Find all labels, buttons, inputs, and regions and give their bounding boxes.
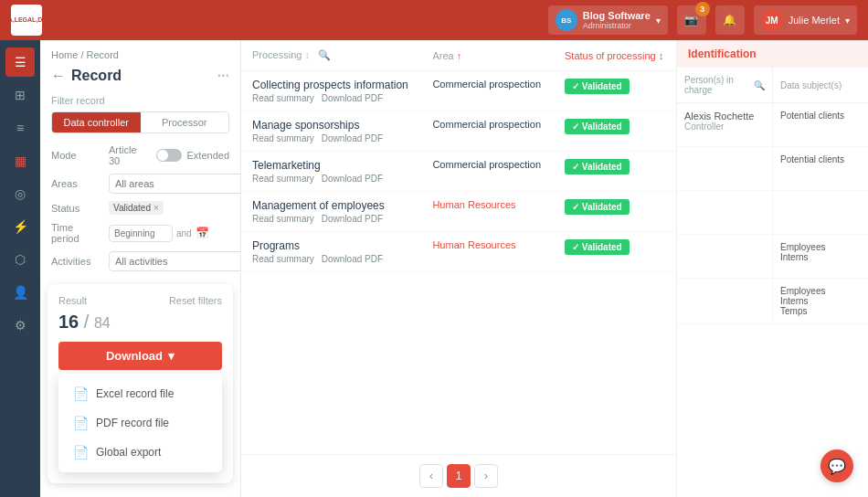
read-summary-link[interactable]: Read summary <box>252 93 314 103</box>
processing-sort-icon: ↕ <box>304 49 310 60</box>
app-info: Blog Software Administrator <box>583 10 651 30</box>
breadcrumb-home[interactable]: Home <box>51 49 78 60</box>
user-avatar: JM <box>761 9 783 31</box>
id-row: Alexis Rochette Controller Potential cli… <box>677 103 868 147</box>
read-summary-link[interactable]: Read summary <box>252 214 314 224</box>
row-actions: Read summary Download PDF <box>252 174 410 184</box>
processing-cell: Management of employees Read summary Dow… <box>241 192 421 232</box>
id-row: Potential clients <box>677 147 868 191</box>
download-chevron-icon: ▾ <box>168 349 175 363</box>
date-from-input[interactable] <box>109 225 173 242</box>
excel-menu-label: Excel record file <box>96 387 174 400</box>
mode-toggle[interactable] <box>156 149 182 162</box>
status-sort[interactable]: Status of processing ↕ <box>565 50 663 61</box>
status-tag-remove[interactable]: × <box>153 203 159 213</box>
id-person-cell <box>677 279 773 323</box>
activities-input[interactable] <box>109 251 241 271</box>
nav-item-settings[interactable]: ⚙ <box>5 311 35 340</box>
camera-icon: 📷 <box>684 14 698 26</box>
area-value: Commercial prospection <box>432 159 541 170</box>
status-label: Status <box>51 203 101 214</box>
chat-button[interactable]: 💬 <box>820 449 853 482</box>
chat-icon: 💬 <box>828 458 846 475</box>
prev-page-button[interactable]: ‹ <box>419 464 443 488</box>
app-selector[interactable]: BS Blog Software Administrator ▾ <box>548 5 668 35</box>
areas-input[interactable] <box>109 174 241 194</box>
row-title: Telemarketing <box>252 159 410 172</box>
user-profile[interactable]: JM Julie Merlet ▾ <box>754 5 857 35</box>
nav-item-shield[interactable]: ⬡ <box>5 245 35 274</box>
result-header: Result Reset filters <box>58 295 222 306</box>
nav-item-circle[interactable]: ◎ <box>5 179 35 208</box>
nav-item-plug[interactable]: ⚡ <box>5 212 35 241</box>
date-and-label: and <box>176 228 192 238</box>
download-menu-item-excel[interactable]: 📄 Excel record file <box>58 379 222 408</box>
tab-data-controller[interactable]: Data controller <box>52 112 141 132</box>
id-row <box>677 191 868 235</box>
status-cell: ✓ Validated <box>554 152 676 192</box>
status-tags: Validated × <box>109 201 229 215</box>
area-sort[interactable]: Area ↑ <box>432 50 461 61</box>
area-cell: Commercial prospection <box>421 152 554 192</box>
mode-option1: Article 30 <box>109 144 151 166</box>
nav-item-users[interactable]: 👤 <box>5 278 35 307</box>
reset-filters-button[interactable]: Reset filters <box>169 295 222 306</box>
table-body: Collecting prospects information Read su… <box>241 71 676 272</box>
status-badge: ✓ Validated <box>565 199 630 215</box>
main-content: Processing ↕ 🔍 Area ↑ <box>241 40 676 497</box>
activities-label: Activities <box>51 256 101 267</box>
records-table: Processing ↕ 🔍 Area ↑ <box>241 40 676 272</box>
notification-button[interactable]: 🔔 <box>715 5 745 35</box>
download-button-label: Download <box>106 349 163 363</box>
area-value: Commercial prospection <box>432 79 541 90</box>
area-value: Commercial prospection <box>432 119 541 130</box>
id-search-icon[interactable]: 🔍 <box>754 80 765 90</box>
download-menu-item-pdf[interactable]: 📄 PDF record file <box>58 408 222 438</box>
download-pdf-link[interactable]: Download PDF <box>322 254 383 264</box>
more-button[interactable]: ··· <box>217 68 229 84</box>
main-layout: ☰ ⊞ ≡ ▦ ◎ ⚡ ⬡ 👤 ⚙ Home / Record ← Record… <box>0 40 868 497</box>
read-summary-link[interactable]: Read summary <box>252 174 314 184</box>
download-menu-item-global[interactable]: 📄 Global export <box>58 438 222 467</box>
calendar-icon[interactable]: 📅 <box>196 227 209 239</box>
processing-col-label: Processing <box>252 49 302 60</box>
download-button[interactable]: Download ▾ <box>58 342 222 370</box>
pagination: ‹ 1 › <box>241 454 676 497</box>
nav-item-grid[interactable]: ⊞ <box>5 80 35 110</box>
back-button[interactable]: ← <box>51 68 66 84</box>
nav-item-chart[interactable]: ▦ <box>5 146 35 175</box>
status-filter-row: Status Validated × <box>40 197 240 218</box>
id-col-person-label: Person(s) in charge <box>684 75 750 95</box>
status-cell: ✓ Validated <box>554 71 676 111</box>
status-badge: ✓ Validated <box>565 159 630 174</box>
row-title: Collecting prospects information <box>252 79 410 91</box>
camera-button[interactable]: 📷 3 <box>677 5 706 35</box>
search-icon[interactable]: 🔍 <box>318 49 331 60</box>
nav-item-menu[interactable]: ☰ <box>5 48 35 77</box>
app-chevron-icon: ▾ <box>656 16 661 26</box>
read-summary-link[interactable]: Read summary <box>252 254 314 264</box>
activities-filter-row: Activities <box>40 248 240 275</box>
logo[interactable]: DATA,LEGAL,DRIVE <box>11 5 42 36</box>
area-sort-icon: ↑ <box>457 50 462 61</box>
next-page-button[interactable]: › <box>474 464 498 488</box>
download-pdf-link[interactable]: Download PDF <box>322 214 383 224</box>
tab-processor[interactable]: Processor <box>141 112 229 132</box>
download-pdf-link[interactable]: Download PDF <box>322 174 383 184</box>
app-name: Blog Software <box>583 10 651 21</box>
id-panel-title: Identification <box>677 40 868 68</box>
result-download-panel: Result Reset filters 16 / 84 Download ▾ … <box>48 284 233 483</box>
id-col-subjects-label: Data subject(s) <box>780 80 842 90</box>
sidebar-title-text: Record <box>71 68 122 84</box>
nav-item-list[interactable]: ≡ <box>5 113 35 143</box>
processing-sort[interactable]: Processing ↕ <box>252 49 310 60</box>
topnav-right: BS Blog Software Administrator ▾ 📷 3 🔔 J… <box>548 5 857 35</box>
date-range: and 📅 <box>109 225 209 242</box>
areas-filter-row: Areas <box>40 170 240 197</box>
read-summary-link[interactable]: Read summary <box>252 133 314 143</box>
row-actions: Read summary Download PDF <box>252 214 410 224</box>
download-pdf-link[interactable]: Download PDF <box>322 133 383 143</box>
download-pdf-link[interactable]: Download PDF <box>322 93 383 103</box>
processing-cell: Collecting prospects information Read su… <box>241 71 421 111</box>
page-1-button[interactable]: 1 <box>447 464 471 488</box>
